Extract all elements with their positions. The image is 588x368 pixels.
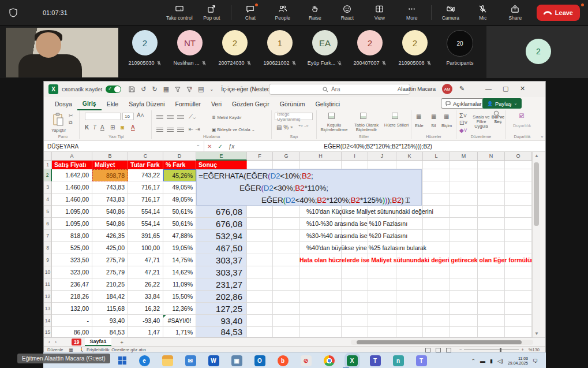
cell-A5[interactable]: 1.095,00: [52, 206, 92, 218]
sort-filter-button[interactable]: Sırala ve Filtre Uygula: [471, 115, 491, 129]
cell-L3[interactable]: [423, 181, 450, 194]
row-header-1[interactable]: 1: [44, 161, 52, 169]
cell-O5[interactable]: [505, 206, 532, 218]
clear-icon[interactable]: ◆˅: [459, 127, 467, 133]
align-center-icon[interactable]: [167, 127, 174, 133]
font-color-icon[interactable]: A: [131, 124, 135, 131]
cell-O15[interactable]: [505, 327, 532, 337]
table-icon[interactable]: ▤: [198, 86, 204, 93]
cell-F7[interactable]: [247, 230, 273, 242]
notebook-icon[interactable]: n: [393, 355, 404, 366]
cell-L15[interactable]: [423, 327, 450, 337]
cell-O7[interactable]: [505, 230, 532, 242]
cell-E9[interactable]: 303,37: [196, 254, 247, 266]
close-button[interactable]: ✕: [520, 85, 525, 92]
cell-M5[interactable]: [450, 206, 478, 218]
collapse-ribbon-icon[interactable]: ⌄: [540, 133, 544, 139]
cell-D7[interactable]: 47,88%: [163, 230, 196, 242]
cell-E14[interactable]: 93,40: [196, 315, 247, 327]
save-icon[interactable]: [129, 86, 135, 92]
cell-L13[interactable]: [423, 303, 450, 315]
column-header-e[interactable]: E: [196, 152, 247, 161]
cell-F8[interactable]: [247, 242, 273, 254]
leave-button[interactable]: Leave: [537, 5, 580, 21]
cell-H13[interactable]: [300, 303, 342, 315]
ribbon-tab-gözden-geçir[interactable]: Gözden Geçir: [227, 98, 275, 110]
cell-E7[interactable]: 532,94: [196, 230, 247, 242]
cell-O1[interactable]: [505, 161, 532, 169]
sheet-prev-icon[interactable]: ‹: [48, 339, 50, 345]
cell-B4[interactable]: 743,83: [92, 194, 128, 206]
cell-G7[interactable]: [273, 230, 300, 242]
share-button[interactable]: 👤 Paylaş ⌄: [482, 98, 522, 109]
restore-button[interactable]: ▢: [503, 85, 508, 92]
camera-button[interactable]: Camera: [435, 5, 466, 21]
cell-D5[interactable]: 50,61%: [163, 206, 196, 218]
insert-cells-button[interactable]: Ekle: [415, 123, 424, 128]
cut-icon[interactable]: ✂: [69, 113, 73, 118]
cell-C2[interactable]: 743,22: [128, 169, 163, 181]
column-header-b[interactable]: B: [92, 152, 128, 161]
cell-J11[interactable]: [368, 278, 396, 291]
cell-C15[interactable]: 1,47: [128, 327, 163, 337]
cell-A8[interactable]: 525,00: [52, 242, 92, 254]
ribbon-tab-formüller[interactable]: Formüller: [170, 98, 206, 110]
cell-N3[interactable]: [478, 181, 505, 194]
cell-C1[interactable]: Tutar Fark: [128, 161, 163, 169]
people-button[interactable]: People: [267, 5, 298, 21]
row-header-3[interactable]: 3: [44, 181, 52, 194]
cell-K12[interactable]: [396, 291, 423, 303]
column-header-l[interactable]: L: [423, 152, 450, 161]
cell-C4[interactable]: 716,17: [128, 194, 163, 206]
cell-D6[interactable]: 50,61%: [163, 218, 196, 230]
cell-N13[interactable]: [478, 303, 505, 315]
edge-icon[interactable]: e: [139, 355, 150, 366]
worksheet-grid[interactable]: ABCDEFGHIJKLMNO1Satış FiyatıMaliyetTutar…: [44, 152, 532, 337]
cell-A2[interactable]: 1.642,00: [52, 169, 92, 181]
vertical-scrollbar-thumb[interactable]: [534, 162, 539, 226]
cell-B10[interactable]: 275,79: [92, 266, 128, 278]
insert-function-icon[interactable]: ƒx: [229, 143, 235, 150]
cell-B3[interactable]: 743,83: [92, 181, 128, 194]
cell-N10[interactable]: [478, 266, 505, 278]
scroll-up-icon[interactable]: ▲: [534, 153, 539, 158]
cell-L4[interactable]: [423, 194, 450, 206]
cell-D13[interactable]: 12,36%: [163, 303, 196, 315]
cell-K1[interactable]: [396, 161, 423, 169]
percent-style-icon[interactable]: ▤ % ⁹: [276, 124, 293, 131]
cell-G13[interactable]: [273, 303, 300, 315]
ribbon-tab-veri[interactable]: Veri: [206, 98, 227, 110]
name-box[interactable]: DÜŞEYARA: [44, 141, 204, 151]
ribbon-tab-giriş[interactable]: Giriş: [77, 98, 102, 110]
select-all-corner[interactable]: [44, 152, 52, 161]
cell-N5[interactable]: [478, 206, 505, 218]
cell-M2[interactable]: [450, 169, 478, 181]
autosave-toggle[interactable]: [106, 86, 121, 93]
cell-H14[interactable]: [300, 315, 342, 327]
cell-O14[interactable]: [505, 315, 532, 327]
cell-C8[interactable]: 100,00: [128, 242, 163, 254]
comments-button[interactable]: Açıklamalar: [441, 98, 486, 109]
cell-M12[interactable]: [450, 291, 478, 303]
notification-icon[interactable]: 🗨: [533, 358, 538, 364]
cell-K14[interactable]: [396, 315, 423, 327]
column-header-m[interactable]: M: [450, 152, 478, 161]
cell-N2[interactable]: [478, 169, 505, 181]
align-right-icon[interactable]: [177, 127, 184, 133]
fill-color-icon[interactable]: ◙: [121, 124, 124, 131]
cell-F9[interactable]: [247, 254, 273, 266]
cell-B15[interactable]: 84,53: [92, 327, 128, 337]
cell-D10[interactable]: 14,62%: [163, 266, 196, 278]
cell-A6[interactable]: 1.095,00: [52, 218, 92, 230]
teams-icon[interactable]: T: [370, 355, 381, 366]
page-layout-view-icon[interactable]: [436, 348, 441, 352]
formula-bar-text[interactable]: EĞER(D2<40%;B2*120%;B2*125%)));B2): [324, 143, 432, 150]
row-header-9[interactable]: 9: [44, 254, 52, 266]
cell-A10[interactable]: 323,00: [52, 266, 92, 278]
cell-F12[interactable]: [247, 291, 273, 303]
cell-E5[interactable]: 676,08: [196, 206, 247, 218]
take-control-button[interactable]: Take control: [164, 5, 195, 21]
paste-label[interactable]: Yapıştır: [51, 128, 66, 133]
participant-tile[interactable]: 2200724030: [212, 30, 257, 66]
cell-C12[interactable]: 33,84: [128, 291, 163, 303]
